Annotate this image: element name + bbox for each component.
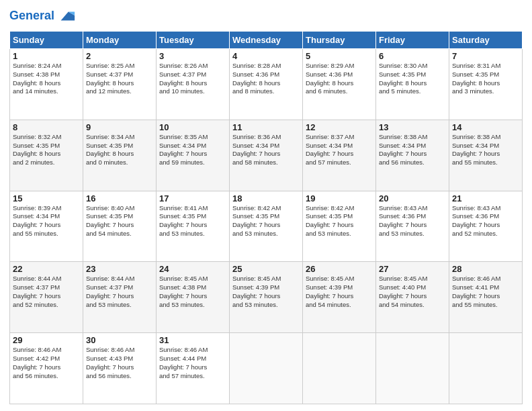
day-info: Sunrise: 8:46 AM Sunset: 4:42 PM Dayligh…: [13, 346, 80, 380]
calendar-day-cell: 28Sunrise: 8:46 AM Sunset: 4:41 PM Dayli…: [449, 262, 523, 333]
day-info: Sunrise: 8:40 AM Sunset: 4:35 PM Dayligh…: [86, 204, 153, 238]
day-number: 2: [86, 51, 153, 61]
calendar-day-cell: 13Sunrise: 8:38 AM Sunset: 4:34 PM Dayli…: [376, 120, 449, 191]
day-number: 15: [13, 193, 80, 203]
day-info: Sunrise: 8:29 AM Sunset: 4:36 PM Dayligh…: [306, 62, 373, 96]
day-info: Sunrise: 8:35 AM Sunset: 4:34 PM Dayligh…: [159, 133, 226, 167]
calendar-day-cell: 23Sunrise: 8:44 AM Sunset: 4:37 PM Dayli…: [83, 262, 157, 333]
day-number: 29: [13, 335, 80, 345]
day-info: Sunrise: 8:24 AM Sunset: 4:38 PM Dayligh…: [13, 62, 80, 96]
calendar-day-cell: 21Sunrise: 8:43 AM Sunset: 4:36 PM Dayli…: [449, 191, 523, 262]
calendar-day-cell: 30Sunrise: 8:46 AM Sunset: 4:43 PM Dayli…: [83, 333, 157, 404]
day-info: Sunrise: 8:39 AM Sunset: 4:34 PM Dayligh…: [13, 204, 80, 238]
day-info: Sunrise: 8:45 AM Sunset: 4:38 PM Dayligh…: [159, 275, 226, 309]
day-info: Sunrise: 8:43 AM Sunset: 4:36 PM Dayligh…: [452, 204, 519, 238]
day-number: 16: [86, 193, 153, 203]
weekday-header-wednesday: Wednesday: [230, 32, 303, 49]
logo-icon: [57, 7, 76, 26]
day-number: 18: [232, 193, 300, 203]
calendar-day-cell: 7Sunrise: 8:31 AM Sunset: 4:35 PM Daylig…: [449, 49, 523, 120]
calendar-empty-cell: [303, 333, 376, 404]
weekday-header-tuesday: Tuesday: [157, 32, 230, 49]
day-info: Sunrise: 8:45 AM Sunset: 4:39 PM Dayligh…: [306, 275, 373, 309]
calendar-day-cell: 24Sunrise: 8:45 AM Sunset: 4:38 PM Dayli…: [157, 262, 230, 333]
day-info: Sunrise: 8:42 AM Sunset: 4:35 PM Dayligh…: [232, 204, 300, 238]
day-number: 12: [306, 122, 373, 132]
day-info: Sunrise: 8:37 AM Sunset: 4:34 PM Dayligh…: [306, 133, 373, 167]
calendar-day-cell: 22Sunrise: 8:44 AM Sunset: 4:37 PM Dayli…: [10, 262, 83, 333]
calendar-week-row: 29Sunrise: 8:46 AM Sunset: 4:42 PM Dayli…: [10, 333, 523, 404]
calendar-day-cell: 1Sunrise: 8:24 AM Sunset: 4:38 PM Daylig…: [10, 49, 83, 120]
calendar-week-row: 1Sunrise: 8:24 AM Sunset: 4:38 PM Daylig…: [10, 49, 523, 120]
calendar-day-cell: 4Sunrise: 8:28 AM Sunset: 4:36 PM Daylig…: [230, 49, 303, 120]
calendar-day-cell: 20Sunrise: 8:43 AM Sunset: 4:36 PM Dayli…: [376, 191, 449, 262]
day-info: Sunrise: 8:36 AM Sunset: 4:34 PM Dayligh…: [232, 133, 300, 167]
day-number: 31: [159, 335, 226, 345]
calendar-empty-cell: [230, 333, 303, 404]
calendar-week-row: 8Sunrise: 8:32 AM Sunset: 4:35 PM Daylig…: [10, 120, 523, 191]
logo-general: General: [9, 9, 54, 22]
day-info: Sunrise: 8:46 AM Sunset: 4:41 PM Dayligh…: [452, 275, 519, 309]
calendar-day-cell: 29Sunrise: 8:46 AM Sunset: 4:42 PM Dayli…: [10, 333, 83, 404]
calendar-day-cell: 19Sunrise: 8:42 AM Sunset: 4:35 PM Dayli…: [303, 191, 376, 262]
calendar-day-cell: 25Sunrise: 8:45 AM Sunset: 4:39 PM Dayli…: [230, 262, 303, 333]
calendar-day-cell: 3Sunrise: 8:26 AM Sunset: 4:37 PM Daylig…: [157, 49, 230, 120]
calendar-day-cell: 27Sunrise: 8:45 AM Sunset: 4:40 PM Dayli…: [376, 262, 449, 333]
day-info: Sunrise: 8:31 AM Sunset: 4:35 PM Dayligh…: [452, 62, 519, 96]
day-number: 4: [232, 51, 300, 61]
logo-text: General: [9, 9, 54, 23]
day-info: Sunrise: 8:45 AM Sunset: 4:40 PM Dayligh…: [379, 275, 446, 309]
day-number: 23: [86, 264, 153, 274]
calendar-day-cell: 14Sunrise: 8:38 AM Sunset: 4:34 PM Dayli…: [449, 120, 523, 191]
day-info: Sunrise: 8:44 AM Sunset: 4:37 PM Dayligh…: [13, 275, 80, 309]
calendar-header-row: SundayMondayTuesdayWednesdayThursdayFrid…: [10, 32, 523, 49]
calendar-day-cell: 31Sunrise: 8:46 AM Sunset: 4:44 PM Dayli…: [157, 333, 230, 404]
calendar-day-cell: 5Sunrise: 8:29 AM Sunset: 4:36 PM Daylig…: [303, 49, 376, 120]
day-number: 28: [452, 264, 519, 274]
day-number: 11: [232, 122, 300, 132]
day-info: Sunrise: 8:30 AM Sunset: 4:35 PM Dayligh…: [379, 62, 446, 96]
day-info: Sunrise: 8:46 AM Sunset: 4:44 PM Dayligh…: [159, 346, 226, 380]
weekday-header-friday: Friday: [376, 32, 449, 49]
day-number: 7: [452, 51, 519, 61]
day-info: Sunrise: 8:38 AM Sunset: 4:34 PM Dayligh…: [452, 133, 519, 167]
day-info: Sunrise: 8:44 AM Sunset: 4:37 PM Dayligh…: [86, 275, 153, 309]
calendar-day-cell: 17Sunrise: 8:41 AM Sunset: 4:35 PM Dayli…: [157, 191, 230, 262]
calendar-day-cell: 2Sunrise: 8:25 AM Sunset: 4:37 PM Daylig…: [83, 49, 157, 120]
day-number: 13: [379, 122, 446, 132]
calendar-day-cell: 10Sunrise: 8:35 AM Sunset: 4:34 PM Dayli…: [157, 120, 230, 191]
header: General: [9, 7, 523, 26]
day-number: 24: [159, 264, 226, 274]
weekday-header-thursday: Thursday: [303, 32, 376, 49]
day-number: 6: [379, 51, 446, 61]
day-number: 27: [379, 264, 446, 274]
day-info: Sunrise: 8:46 AM Sunset: 4:43 PM Dayligh…: [86, 346, 153, 380]
calendar-day-cell: 18Sunrise: 8:42 AM Sunset: 4:35 PM Dayli…: [230, 191, 303, 262]
day-info: Sunrise: 8:41 AM Sunset: 4:35 PM Dayligh…: [159, 204, 226, 238]
day-info: Sunrise: 8:25 AM Sunset: 4:37 PM Dayligh…: [86, 62, 153, 96]
day-number: 10: [159, 122, 226, 132]
calendar-day-cell: 15Sunrise: 8:39 AM Sunset: 4:34 PM Dayli…: [10, 191, 83, 262]
calendar-day-cell: 26Sunrise: 8:45 AM Sunset: 4:39 PM Dayli…: [303, 262, 376, 333]
day-info: Sunrise: 8:38 AM Sunset: 4:34 PM Dayligh…: [379, 133, 446, 167]
day-number: 30: [86, 335, 153, 345]
day-number: 21: [452, 193, 519, 203]
day-number: 5: [306, 51, 373, 61]
page: General SundayMondayTuesdayWednesdayThur…: [0, 0, 532, 411]
calendar-week-row: 22Sunrise: 8:44 AM Sunset: 4:37 PM Dayli…: [10, 262, 523, 333]
weekday-header-saturday: Saturday: [449, 32, 523, 49]
day-info: Sunrise: 8:43 AM Sunset: 4:36 PM Dayligh…: [379, 204, 446, 238]
logo: General: [9, 7, 76, 26]
calendar-week-row: 15Sunrise: 8:39 AM Sunset: 4:34 PM Dayli…: [10, 191, 523, 262]
day-info: Sunrise: 8:42 AM Sunset: 4:35 PM Dayligh…: [306, 204, 373, 238]
day-number: 3: [159, 51, 226, 61]
calendar-day-cell: 6Sunrise: 8:30 AM Sunset: 4:35 PM Daylig…: [376, 49, 449, 120]
day-info: Sunrise: 8:45 AM Sunset: 4:39 PM Dayligh…: [232, 275, 300, 309]
day-info: Sunrise: 8:32 AM Sunset: 4:35 PM Dayligh…: [13, 133, 80, 167]
calendar-day-cell: 9Sunrise: 8:34 AM Sunset: 4:35 PM Daylig…: [83, 120, 157, 191]
day-info: Sunrise: 8:28 AM Sunset: 4:36 PM Dayligh…: [232, 62, 300, 96]
day-number: 26: [306, 264, 373, 274]
calendar-day-cell: 8Sunrise: 8:32 AM Sunset: 4:35 PM Daylig…: [10, 120, 83, 191]
day-info: Sunrise: 8:26 AM Sunset: 4:37 PM Dayligh…: [159, 62, 226, 96]
calendar-day-cell: 16Sunrise: 8:40 AM Sunset: 4:35 PM Dayli…: [83, 191, 157, 262]
